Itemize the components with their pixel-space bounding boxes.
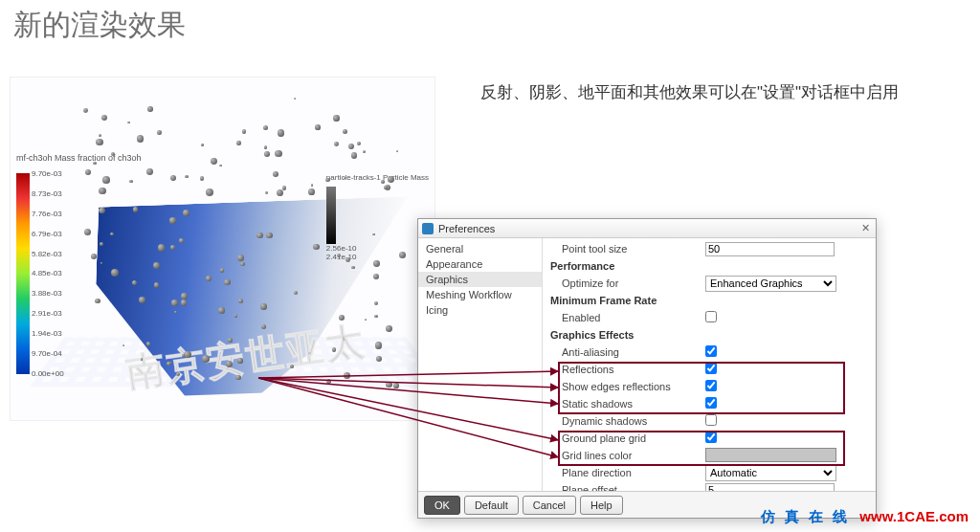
scalar-legend-title: mf-ch3oh Mass fraction of ch3oh — [16, 154, 142, 164]
particle — [275, 150, 282, 158]
category-general[interactable]: General — [418, 241, 542, 256]
particle — [96, 139, 102, 145]
input-plane-offset[interactable] — [705, 483, 835, 492]
particle — [185, 175, 189, 179]
page-description: 反射、阴影、地平面和其他效果可以在"设置"对话框中启用 — [480, 80, 940, 105]
particle — [261, 324, 266, 329]
particle — [200, 176, 205, 181]
input-point-tool-size[interactable] — [705, 242, 835, 256]
checkbox-ground-plane-grid[interactable] — [705, 432, 717, 443]
particle — [181, 299, 187, 305]
particle — [351, 266, 354, 269]
scalar-colorbar — [16, 173, 30, 374]
close-icon[interactable]: ✕ — [858, 222, 872, 234]
particle — [264, 145, 268, 149]
particle — [278, 129, 284, 136]
label-point-tool-size: Point tool size — [562, 243, 705, 255]
label-plane-offset: Plane offset — [562, 484, 705, 491]
particle — [381, 180, 385, 184]
app-icon — [422, 223, 434, 234]
particle — [181, 293, 188, 299]
particle — [333, 115, 340, 122]
particle — [95, 299, 100, 304]
particle — [264, 151, 270, 157]
scalar-colorbar-ticks: 9.70e-038.73e-037.76e-036.79e-035.82e-03… — [32, 169, 64, 378]
particle — [373, 274, 379, 279]
particle — [263, 125, 268, 130]
checkbox-show-edges-reflections[interactable] — [705, 380, 717, 391]
particle — [345, 257, 350, 262]
particle — [294, 98, 296, 100]
color-picker-grid-lines[interactable] — [705, 448, 836, 462]
select-plane-direction[interactable]: Automatic — [705, 465, 836, 481]
preferences-property-grid[interactable]: Point tool size ▾Performance Optimize fo… — [543, 238, 876, 491]
particle — [374, 301, 378, 305]
checkbox-enabled[interactable] — [705, 311, 717, 322]
dialog-titlebar[interactable]: Preferences ✕ — [418, 219, 876, 238]
particle — [348, 144, 354, 149]
particle — [363, 150, 366, 153]
particle — [101, 115, 107, 121]
particle — [218, 307, 225, 314]
ok-button[interactable]: OK — [424, 496, 460, 515]
particle — [157, 130, 162, 135]
particle — [396, 150, 398, 152]
particle — [127, 122, 130, 124]
particle — [84, 229, 91, 235]
particle — [167, 362, 171, 366]
particle — [260, 303, 267, 310]
particle — [236, 141, 240, 144]
particle — [100, 242, 103, 246]
particle — [265, 191, 268, 194]
particle — [154, 282, 159, 287]
particle — [174, 311, 177, 314]
particle — [273, 171, 278, 177]
particle — [93, 162, 96, 165]
label-dynamic-shadows: Dynamic shadows — [562, 415, 705, 427]
particle — [102, 176, 110, 184]
particle — [266, 233, 272, 238]
particle — [315, 124, 321, 130]
cancel-button[interactable]: Cancel — [523, 496, 576, 515]
particle — [206, 188, 213, 196]
particle — [83, 108, 88, 113]
checkbox-dynamic-shadows[interactable] — [705, 414, 717, 426]
select-optimize-for[interactable]: Enhanced Graphics — [705, 276, 836, 292]
particle — [308, 188, 315, 195]
checkbox-anti-aliasing[interactable] — [705, 345, 717, 357]
particle — [339, 315, 345, 321]
particle — [169, 217, 176, 224]
particle — [351, 152, 358, 159]
particle — [111, 269, 119, 277]
particle — [170, 175, 176, 181]
group-min-frame-rate: Minimum Frame Rate — [550, 295, 694, 306]
particle — [147, 106, 152, 111]
default-button[interactable]: Default — [464, 496, 519, 515]
particle — [393, 383, 399, 388]
preferences-dialog: Preferences ✕ General Appearance Graphic… — [417, 218, 877, 519]
category-appearance[interactable]: Appearance — [418, 256, 542, 272]
category-icing[interactable]: Icing — [418, 302, 542, 318]
category-meshing-workflow[interactable]: Meshing Workflow — [418, 287, 542, 302]
preferences-category-list: General Appearance Graphics Meshing Work… — [418, 238, 543, 491]
particle — [99, 134, 101, 137]
checkbox-reflections[interactable] — [705, 363, 717, 374]
particle — [234, 314, 238, 318]
checkbox-static-shadows[interactable] — [705, 397, 717, 409]
particle — [384, 186, 387, 188]
particle — [182, 354, 185, 357]
particle — [277, 189, 284, 197]
particle — [99, 188, 106, 195]
particle — [85, 169, 92, 176]
particle — [374, 315, 377, 318]
group-graphics-effects: Graphics Effects — [550, 329, 694, 341]
particle — [91, 254, 97, 259]
help-button[interactable]: Help — [580, 496, 623, 515]
label-plane-direction: Plane direction — [562, 467, 705, 478]
group-performance: Performance — [550, 260, 694, 272]
category-graphics[interactable]: Graphics — [418, 272, 542, 287]
particle — [242, 129, 246, 133]
particle — [375, 342, 382, 348]
label-show-edges-reflections: Show edges reflections — [562, 381, 705, 392]
particle — [238, 299, 243, 303]
